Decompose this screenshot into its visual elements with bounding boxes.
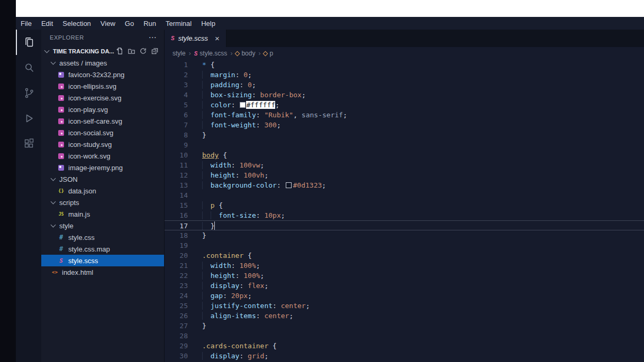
line-number[interactable]: 24 — [165, 291, 188, 301]
code-line[interactable]: 6 font-family: "Rubik", sans-serif; — [165, 110, 644, 120]
tab-style-scss[interactable]: S style.scss × — [165, 30, 226, 47]
code-line[interactable]: 14 — [165, 190, 644, 200]
line-number[interactable]: 4 — [165, 90, 188, 100]
line-number[interactable]: 29 — [165, 341, 188, 351]
line-number[interactable]: 19 — [165, 240, 188, 250]
breadcrumb-item-style-scss[interactable]: Sstyle.scss — [194, 50, 228, 57]
tree-item-icon-work-svg[interactable]: icon-work.svg — [41, 150, 164, 162]
code-line[interactable]: 7 font-weight: 300; — [165, 120, 644, 130]
refresh-icon[interactable] — [139, 47, 147, 56]
tree-item-style-scss[interactable]: Sstyle.scss — [41, 255, 164, 266]
code-line[interactable]: 18} — [165, 230, 644, 240]
line-number[interactable]: 26 — [165, 311, 188, 321]
code-line[interactable]: 11 width: 100vw; — [165, 160, 644, 170]
code-line[interactable]: 15 p { — [165, 200, 644, 210]
code-line[interactable]: 4 box-sizing: border-box; — [165, 90, 644, 100]
line-number[interactable]: 21 — [165, 261, 188, 271]
more-actions-icon[interactable]: ⋯ — [148, 33, 157, 42]
line-number[interactable]: 7 — [165, 120, 188, 130]
tree-item-style-css-map[interactable]: #style.css.map — [41, 243, 164, 255]
tree-item-icon-self-care-svg[interactable]: icon-self-care.svg — [41, 115, 164, 127]
tree-item-index-html[interactable]: <>index.html — [41, 266, 164, 278]
code-line[interactable]: 25 justify-content: center; — [165, 301, 644, 311]
extensions-icon[interactable] — [16, 131, 41, 156]
code-area[interactable]: 1* {2 margin: 0;3 padding: 0;4 box-sizin… — [165, 60, 644, 362]
menu-item-go[interactable]: Go — [120, 20, 139, 27]
code-line[interactable]: 24 gap: 20px; — [165, 291, 644, 301]
code-line[interactable]: 22 height: 100%; — [165, 271, 644, 281]
breadcrumb-item-p[interactable]: p — [264, 50, 273, 57]
line-number[interactable]: 3 — [165, 80, 188, 90]
menu-item-help[interactable]: Help — [196, 20, 220, 27]
code-line[interactable]: 20.container { — [165, 250, 644, 261]
menu-item-run[interactable]: Run — [139, 20, 161, 27]
tree-item-data-json[interactable]: {}data.json — [41, 185, 164, 197]
code-line[interactable]: 12 height: 100vh; — [165, 170, 644, 180]
tree-item-scripts[interactable]: scripts — [41, 197, 164, 208]
tree-item-style-css[interactable]: #style.css — [41, 231, 164, 243]
code-line[interactable]: 16 font-size: 10px; — [165, 210, 644, 220]
line-number[interactable]: 30 — [165, 351, 188, 361]
code-line[interactable]: 26 align-items: center; — [165, 311, 644, 321]
code-line[interactable]: 17 } — [165, 220, 644, 230]
breadcrumb-item-style[interactable]: style — [173, 50, 186, 57]
tree-item-style[interactable]: style — [41, 220, 164, 231]
tree-item-icon-ellipsis-svg[interactable]: icon-ellipsis.svg — [41, 80, 164, 92]
code-line[interactable]: 19 — [165, 240, 644, 250]
menu-item-terminal[interactable]: Terminal — [161, 20, 196, 27]
menu-item-edit[interactable]: Edit — [37, 20, 58, 27]
line-number[interactable]: 14 — [165, 190, 188, 200]
code-line[interactable]: 23 display: flex; — [165, 281, 644, 291]
line-number[interactable]: 23 — [165, 281, 188, 291]
close-icon[interactable]: × — [215, 34, 220, 43]
tree-item-favicon-32x32-png[interactable]: favicon-32x32.png — [41, 69, 164, 80]
tree-item-icon-social-svg[interactable]: icon-social.svg — [41, 127, 164, 138]
code-line[interactable]: 3 padding: 0; — [165, 80, 644, 90]
menu-item-selection[interactable]: Selection — [58, 20, 95, 27]
tree-item-icon-play-svg[interactable]: icon-play.svg — [41, 104, 164, 115]
menu-item-file[interactable]: File — [16, 20, 37, 27]
line-number[interactable]: 11 — [165, 160, 188, 170]
breadcrumb-item-body[interactable]: body — [235, 50, 255, 57]
code-line[interactable]: 1* { — [165, 60, 644, 70]
workspace-root-folder[interactable]: TIME TRACKING DA... — [41, 45, 164, 57]
line-number[interactable]: 10 — [165, 150, 188, 160]
line-number[interactable]: 16 — [165, 210, 188, 220]
line-number[interactable]: 13 — [165, 180, 188, 190]
line-number[interactable]: 1 — [165, 60, 188, 70]
tree-item-json[interactable]: JSON — [41, 173, 164, 185]
tree-item-assets-images[interactable]: assets / images — [41, 57, 164, 69]
run-debug-icon[interactable] — [16, 106, 41, 131]
line-number[interactable]: 25 — [165, 301, 188, 311]
line-number[interactable]: 15 — [165, 200, 188, 210]
tree-item-image-jeremy-png[interactable]: image-jeremy.png — [41, 162, 164, 173]
tree-item-icon-exercise-svg[interactable]: icon-exercise.svg — [41, 92, 164, 104]
line-number[interactable]: 5 — [165, 100, 188, 110]
line-number[interactable]: 18 — [165, 230, 188, 240]
code-line[interactable]: 10body { — [165, 150, 644, 160]
code-line[interactable]: 21 width: 100%; — [165, 261, 644, 271]
code-line[interactable]: 27} — [165, 321, 644, 331]
code-line[interactable]: 5 color: #ffffff; — [165, 100, 644, 110]
code-line[interactable]: 28 — [165, 331, 644, 341]
code-line[interactable]: 8} — [165, 130, 644, 140]
line-number[interactable]: 12 — [165, 170, 188, 180]
tree-item-main-js[interactable]: JSmain.js — [41, 208, 164, 220]
line-number[interactable]: 28 — [165, 331, 188, 341]
line-number[interactable]: 22 — [165, 271, 188, 281]
code-line[interactable]: 30 display: grid; — [165, 351, 644, 361]
explorer-icon[interactable] — [16, 30, 41, 55]
collapse-all-icon[interactable] — [151, 47, 159, 56]
code-line[interactable]: 9 — [165, 140, 644, 150]
tree-item-icon-study-svg[interactable]: icon-study.svg — [41, 138, 164, 150]
line-number[interactable]: 6 — [165, 110, 188, 120]
code-line[interactable]: 29.cards-container { — [165, 341, 644, 351]
line-number[interactable]: 2 — [165, 70, 188, 80]
code-line[interactable]: 2 margin: 0; — [165, 70, 644, 80]
new-file-icon[interactable] — [116, 47, 124, 56]
search-icon[interactable] — [16, 55, 41, 80]
code-line[interactable]: 13 background-color: #0d1323; — [165, 180, 644, 190]
line-number[interactable]: 27 — [165, 321, 188, 331]
line-number[interactable]: 8 — [165, 130, 188, 140]
line-number[interactable]: 20 — [165, 250, 188, 261]
